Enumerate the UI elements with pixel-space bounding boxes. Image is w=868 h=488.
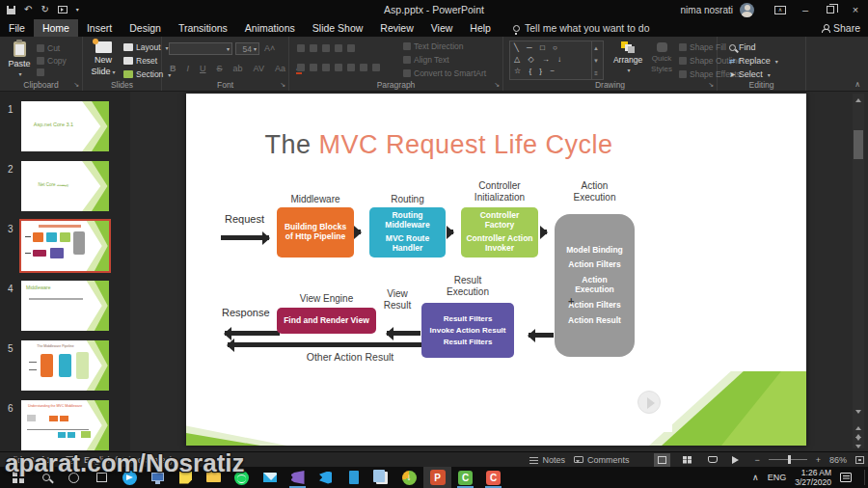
zoom-percent[interactable]: 86% [829, 455, 847, 465]
dialog-launcher-icon[interactable]: ↘ [280, 81, 285, 89]
convert-smartart-button[interactable]: Convert to SmartArt [403, 68, 486, 78]
align-left-icon[interactable] [297, 64, 305, 71]
numbering-icon[interactable] [310, 44, 317, 52]
increase-indent-icon[interactable] [335, 44, 342, 52]
close-icon[interactable]: × [843, 0, 868, 19]
tab-view[interactable]: View [422, 19, 462, 37]
text-direction-button[interactable]: Text Direction [403, 41, 464, 51]
tray-chevron-icon[interactable]: ∧ [752, 473, 759, 482]
zoom-slider[interactable] [769, 459, 807, 460]
slide-thumbnail[interactable]: Understanding the MVC Middleware [21, 400, 109, 450]
strikethrough-icon[interactable]: S [217, 64, 223, 73]
font-size-combo[interactable]: 54▾ [235, 42, 259, 55]
align-text-button[interactable]: Align Text [403, 55, 449, 65]
scroll-up-icon[interactable] [853, 95, 864, 103]
restore-icon[interactable] [818, 0, 843, 19]
collapse-ribbon-icon[interactable]: ∧ [854, 80, 860, 89]
scrollbar-thumb[interactable] [854, 130, 863, 159]
slide-thumbnail[interactable]: The Middleware Pipeline [21, 340, 109, 391]
select-button[interactable]: ➤ Select ▾ [729, 69, 771, 79]
change-case-icon[interactable]: Aa [275, 64, 285, 73]
paste-button[interactable]: Paste ▾ [5, 40, 34, 77]
reset-button[interactable]: Reset [123, 56, 157, 66]
idm-icon[interactable] [395, 467, 423, 488]
quick-styles-button[interactable]: Quick Styles [646, 40, 677, 73]
middleware-box[interactable]: Building Blocks of Http Pipeline [277, 207, 354, 258]
action-center-icon[interactable] [840, 473, 852, 482]
arrange-button[interactable]: Arrange ▾ [610, 40, 646, 73]
normal-view-icon[interactable] [654, 453, 670, 467]
documents-icon[interactable] [367, 467, 395, 488]
mail-icon[interactable] [256, 467, 284, 488]
font-name-combo[interactable]: ▾ [169, 42, 232, 55]
minimize-icon[interactable]: – [793, 0, 818, 19]
tab-home[interactable]: Home [34, 19, 78, 37]
language-badge[interactable]: ENG [768, 473, 787, 482]
shapes-gallery[interactable]: ╲ ─ □ ○ △ ◇ → ↓ ☆ { } ~ ▲▼≡ [509, 41, 604, 80]
bold-icon[interactable]: B [170, 64, 176, 73]
tab-transitions[interactable]: Transitions [170, 19, 236, 37]
camtasia-icon[interactable]: C [451, 467, 479, 488]
comments-button[interactable]: Comments [574, 455, 630, 465]
tab-slide-show[interactable]: Slide Show [304, 19, 372, 37]
user-name[interactable]: nima nosrati [681, 5, 733, 15]
action-execution-box[interactable]: Model Binding Action Filters Action Exec… [555, 214, 635, 357]
tab-insert[interactable]: Insert [78, 19, 121, 37]
slide-title[interactable]: The MVC Request Life Cycle [186, 130, 692, 160]
align-right-icon[interactable] [322, 64, 330, 71]
ltr-icon[interactable] [360, 64, 367, 71]
bullets-icon[interactable] [297, 44, 305, 52]
slide-show-icon[interactable] [729, 453, 746, 467]
character-spacing-icon[interactable]: AV [254, 64, 264, 73]
fit-slide-icon[interactable] [855, 456, 864, 464]
replace-button[interactable]: ⇄ Replace ▾ [729, 56, 778, 66]
cut-button[interactable]: Cut [37, 43, 60, 53]
tab-help[interactable]: Help [461, 19, 500, 37]
view-engine-box[interactable]: Find and Render View [277, 308, 376, 334]
thumbnail-6[interactable]: 6 Understanding the MVC Middleware [0, 400, 130, 451]
zoom-out-icon[interactable]: − [754, 455, 759, 465]
routing-box[interactable]: Routing Middleware MVC Route Handler [369, 207, 446, 258]
justify-icon[interactable] [335, 64, 342, 71]
thumbnail-3-selected[interactable]: 3 [0, 221, 130, 277]
blue-app-icon[interactable] [339, 467, 367, 488]
align-center-icon[interactable] [310, 64, 317, 71]
share-button[interactable]: Share [822, 19, 860, 37]
dialog-launcher-icon[interactable]: ↘ [73, 81, 79, 89]
slide-thumbnail[interactable]: Net Core چیست [21, 161, 109, 211]
ribbon-display-options-icon[interactable]: ∧ [768, 0, 793, 19]
italic-icon[interactable]: I [187, 64, 190, 73]
reading-view-icon[interactable] [704, 453, 720, 467]
scroll-down-icon[interactable] [853, 410, 864, 418]
underline-icon[interactable]: U [200, 64, 206, 73]
vscode-icon[interactable] [312, 467, 339, 488]
show-desktop-button[interactable] [864, 470, 865, 485]
zoom-slider-thumb[interactable] [788, 455, 791, 464]
rtl-icon[interactable] [372, 64, 380, 71]
grow-font-icon[interactable]: A˄ [264, 43, 275, 53]
powerpoint-icon[interactable]: P [423, 467, 451, 488]
slide-thumbnail[interactable]: Middleware [21, 281, 109, 331]
thumbnail-2[interactable]: 2 Net Core چیست [0, 161, 130, 217]
tab-design[interactable]: Design [121, 19, 170, 37]
find-button[interactable]: Find [729, 42, 756, 52]
tab-animations[interactable]: Animations [236, 19, 304, 37]
tab-review[interactable]: Review [371, 19, 421, 37]
thumbnail-1[interactable]: 1 Asp.net Core 3.1 [0, 101, 130, 157]
visual-studio-icon[interactable] [284, 467, 312, 488]
notes-button[interactable]: Notes [529, 455, 565, 465]
slide-canvas[interactable]: The MVC Request Life Cycle Request Middl… [186, 94, 806, 446]
decrease-indent-icon[interactable] [322, 44, 330, 52]
next-slide-icon[interactable] [853, 437, 864, 451]
gallery-scroll[interactable]: ▲▼≡ [591, 41, 603, 79]
tab-file[interactable]: File [0, 19, 34, 37]
copy-button[interactable]: Copy [37, 56, 67, 66]
avatar[interactable] [740, 3, 754, 17]
dialog-launcher-icon[interactable]: ↘ [708, 81, 714, 89]
format-painter-button[interactable] [37, 68, 44, 76]
slide-thumbnail[interactable]: Asp.net Core 3.1 [21, 101, 109, 151]
slide-sorter-icon[interactable] [679, 453, 695, 467]
thumbnail-4[interactable]: 4 Middleware [0, 281, 130, 337]
line-spacing-icon[interactable] [347, 44, 355, 52]
result-execution-box[interactable]: Result Filters Invoke Action Result Resu… [421, 303, 514, 358]
